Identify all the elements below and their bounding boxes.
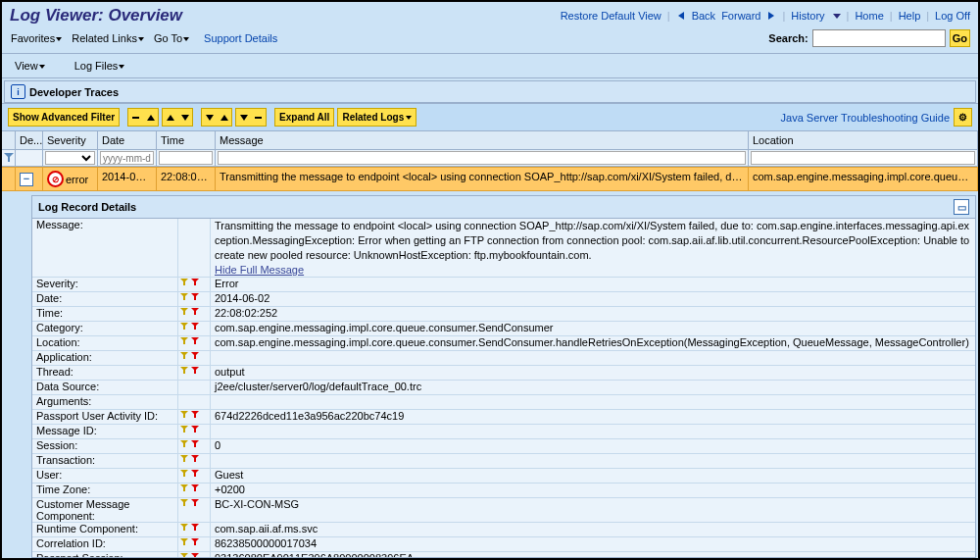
include-filter-icon[interactable] bbox=[180, 323, 189, 331]
time-filter[interactable] bbox=[159, 151, 213, 165]
settings-button[interactable]: ⚙ bbox=[954, 108, 972, 127]
detail-value: Guest bbox=[211, 469, 975, 483]
include-filter-icon[interactable] bbox=[180, 411, 189, 420]
favorites-menu[interactable]: Favorites bbox=[9, 30, 64, 46]
goto-menu[interactable]: Go To bbox=[152, 30, 191, 46]
detail-value: 674d2226dced11e3a956ac220bc74c19 bbox=[211, 410, 975, 424]
info-icon: i bbox=[11, 84, 25, 99]
include-filter-icon[interactable] bbox=[180, 470, 189, 479]
table-row-selected[interactable]: − ⊘error 2014-06-02 22:08:02:... Transmi… bbox=[2, 167, 978, 191]
exclude-filter-icon[interactable] bbox=[191, 352, 200, 361]
section-title: Developer Traces bbox=[29, 86, 119, 98]
col-severity[interactable]: Severity bbox=[43, 131, 98, 149]
exclude-filter-icon[interactable] bbox=[191, 426, 200, 434]
include-filter-icon[interactable] bbox=[180, 308, 189, 317]
message-filter[interactable] bbox=[218, 151, 746, 165]
go-button[interactable]: Go bbox=[950, 29, 970, 47]
expand-all-button[interactable]: Expand All bbox=[274, 108, 334, 127]
exclude-filter-icon[interactable] bbox=[191, 308, 200, 317]
support-details-link[interactable]: Support Details bbox=[204, 32, 277, 44]
related-logs-button[interactable]: Related Logs bbox=[337, 108, 416, 127]
include-filter-icon[interactable] bbox=[180, 279, 189, 287]
nav-last-button[interactable] bbox=[235, 108, 267, 127]
logoff-link[interactable]: Log Off bbox=[935, 10, 970, 22]
detail-filter-icons bbox=[178, 410, 211, 424]
related-links-menu[interactable]: Related Links bbox=[70, 30, 146, 46]
nav-down-button[interactable] bbox=[201, 108, 232, 127]
include-filter-icon[interactable] bbox=[180, 524, 189, 533]
detail-filter-icons bbox=[178, 219, 211, 277]
detail-label: User: bbox=[32, 469, 178, 483]
exclude-filter-icon[interactable] bbox=[191, 455, 200, 464]
col-details[interactable]: De... bbox=[16, 131, 43, 149]
exclude-filter-icon[interactable] bbox=[191, 470, 200, 479]
home-link[interactable]: Home bbox=[855, 10, 883, 22]
exclude-filter-icon[interactable] bbox=[191, 323, 200, 331]
include-filter-icon[interactable] bbox=[180, 426, 189, 434]
col-date[interactable]: Date bbox=[98, 131, 157, 149]
collapse-row-icon[interactable]: − bbox=[20, 173, 33, 186]
detail-row: Passport User Activity ID:674d2226dced11… bbox=[32, 410, 975, 425]
detail-label: Date: bbox=[32, 292, 178, 306]
detail-label: Time: bbox=[32, 307, 178, 321]
location-filter[interactable] bbox=[751, 151, 975, 165]
details-collapse-button[interactable]: ▭ bbox=[954, 199, 969, 215]
exclude-filter-icon[interactable] bbox=[191, 553, 200, 558]
exclude-filter-icon[interactable] bbox=[191, 484, 200, 493]
include-filter-icon[interactable] bbox=[180, 499, 189, 508]
detail-value bbox=[211, 351, 975, 365]
col-time[interactable]: Time bbox=[157, 131, 216, 149]
exclude-filter-icon[interactable] bbox=[191, 293, 200, 302]
detail-filter-icons bbox=[178, 336, 211, 350]
help-link[interactable]: Help bbox=[899, 10, 921, 22]
back-link[interactable]: Back bbox=[692, 10, 715, 22]
include-filter-icon[interactable] bbox=[180, 352, 189, 361]
include-filter-icon[interactable] bbox=[180, 538, 189, 547]
detail-value: com.sap.aii.af.ms.svc bbox=[211, 523, 975, 536]
detail-row: Message:Transmitting the message to endp… bbox=[32, 219, 975, 278]
filter-icon[interactable] bbox=[4, 153, 13, 163]
detail-label: Severity: bbox=[32, 278, 178, 291]
col-location[interactable]: Location bbox=[749, 131, 978, 149]
detail-label: Application: bbox=[32, 351, 178, 365]
detail-filter-icons bbox=[178, 351, 211, 365]
js-troubleshooting-link[interactable]: Java Server Troubleshooting Guide bbox=[781, 112, 950, 124]
show-advanced-filter-button[interactable]: Show Advanced Filter bbox=[8, 108, 120, 127]
view-menu[interactable]: View bbox=[13, 58, 47, 74]
forward-arrow-icon[interactable] bbox=[768, 12, 774, 20]
history-link[interactable]: History bbox=[791, 10, 824, 22]
restore-view-link[interactable]: Restore Default View bbox=[561, 10, 662, 22]
include-filter-icon[interactable] bbox=[180, 484, 189, 493]
include-filter-icon[interactable] bbox=[180, 455, 189, 464]
exclude-filter-icon[interactable] bbox=[191, 279, 200, 287]
exclude-filter-icon[interactable] bbox=[191, 538, 200, 547]
exclude-filter-icon[interactable] bbox=[191, 499, 200, 508]
history-dropdown-icon[interactable] bbox=[833, 14, 841, 19]
date-filter[interactable] bbox=[100, 151, 154, 165]
nav-up-button[interactable] bbox=[162, 108, 193, 127]
exclude-filter-icon[interactable] bbox=[191, 337, 200, 346]
exclude-filter-icon[interactable] bbox=[191, 367, 200, 376]
main-menu-bar: Favorites Related Links Go To Support De… bbox=[2, 27, 978, 54]
nav-first-button[interactable] bbox=[127, 108, 159, 127]
include-filter-icon[interactable] bbox=[180, 337, 189, 346]
exclude-filter-icon[interactable] bbox=[191, 524, 200, 533]
detail-row: Location:com.sap.engine.messaging.impl.c… bbox=[32, 336, 975, 351]
exclude-filter-icon[interactable] bbox=[191, 440, 200, 449]
include-filter-icon[interactable] bbox=[180, 553, 189, 558]
detail-row: User:Guest bbox=[32, 469, 975, 484]
severity-filter[interactable] bbox=[45, 151, 95, 165]
hide-full-message-link[interactable]: Hide Full Message bbox=[215, 264, 304, 276]
forward-link[interactable]: Forward bbox=[721, 10, 760, 22]
detail-value bbox=[211, 395, 975, 409]
col-message[interactable]: Message bbox=[216, 131, 749, 149]
include-filter-icon[interactable] bbox=[180, 293, 189, 302]
logfiles-menu[interactable]: Log Files bbox=[73, 58, 127, 74]
include-filter-icon[interactable] bbox=[180, 440, 189, 449]
search-input[interactable] bbox=[812, 29, 946, 47]
detail-filter-icons bbox=[178, 366, 211, 380]
back-arrow-icon[interactable] bbox=[678, 12, 684, 20]
detail-row: Arguments: bbox=[32, 395, 975, 410]
exclude-filter-icon[interactable] bbox=[191, 411, 200, 420]
include-filter-icon[interactable] bbox=[180, 367, 189, 376]
